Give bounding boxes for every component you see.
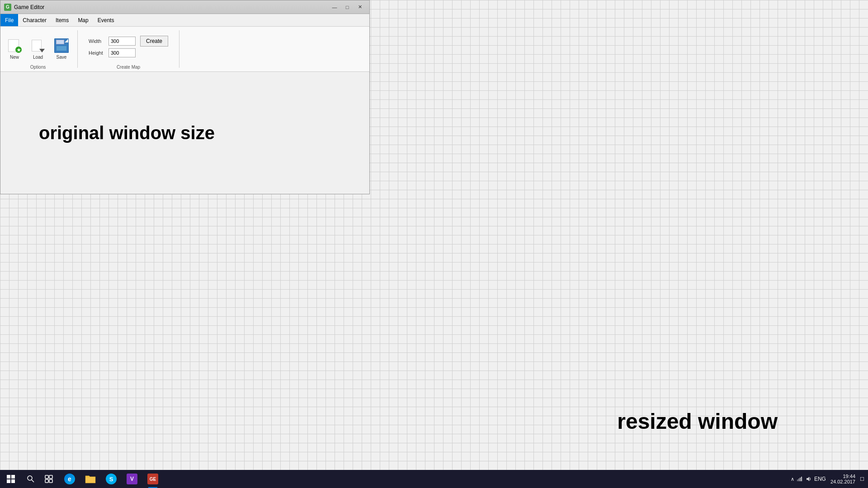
menu-file[interactable]: File [0, 14, 18, 26]
file-toolbar-group: ★ New Load [0, 27, 75, 71]
start-button[interactable] [0, 470, 22, 488]
language-indicator[interactable]: ENG [814, 476, 826, 482]
svg-marker-11 [807, 477, 809, 481]
folder-app[interactable] [80, 470, 100, 488]
gamedev-icon: GE [147, 474, 158, 484]
create-map-group: Width Create Height Create Map [80, 27, 177, 71]
taskbar-apps: e S V GE [58, 470, 165, 488]
height-row: Height [89, 48, 168, 57]
notification-icon[interactable]: ☐ [860, 476, 864, 482]
svg-rect-10 [801, 477, 802, 481]
taskbar: e S V GE ∧ [0, 470, 868, 488]
main-window: G Game Editor — □ ✕ File Character Items… [0, 0, 370, 194]
menu-events[interactable]: Events [93, 14, 119, 26]
save-label: Save [57, 55, 67, 60]
search-button[interactable] [22, 470, 40, 488]
new-icon: ★ [7, 38, 22, 53]
resized-label: resized window [617, 409, 778, 434]
window-title: Game Editor [14, 4, 44, 10]
menu-character[interactable]: Character [18, 14, 51, 26]
edge-app[interactable]: e [60, 470, 80, 488]
title-bar-left: G Game Editor [4, 4, 44, 11]
width-input[interactable] [108, 37, 136, 46]
save-icon [54, 38, 69, 53]
menu-items[interactable]: Items [51, 14, 73, 26]
save-button[interactable]: Save [51, 36, 72, 62]
svg-rect-5 [45, 479, 48, 483]
new-button[interactable]: ★ New [4, 36, 25, 62]
tray-chevron[interactable]: ∧ [791, 476, 794, 482]
svg-rect-7 [797, 479, 798, 481]
create-map-section-label: Create Map [117, 65, 140, 70]
new-label: New [10, 55, 19, 60]
close-button[interactable]: ✕ [354, 3, 366, 12]
menu-bar: File Character Items Map Events [0, 14, 369, 27]
title-bar-controls: — □ ✕ [329, 3, 366, 12]
skype-app[interactable]: S [101, 470, 121, 488]
task-view-button[interactable] [40, 470, 58, 488]
folder-icon [85, 474, 96, 484]
svg-rect-9 [800, 478, 801, 481]
create-map-fields: Width Create Height [83, 32, 174, 61]
svg-rect-8 [798, 479, 799, 481]
load-label: Load [33, 55, 43, 60]
minimize-button[interactable]: — [329, 3, 340, 12]
resized-window-area: resized window [0, 194, 868, 470]
svg-point-1 [28, 476, 32, 480]
toolbar-separator-2 [179, 30, 179, 68]
svg-rect-6 [49, 479, 52, 483]
width-label: Width [89, 38, 106, 44]
load-button[interactable]: Load [28, 36, 48, 62]
title-bar: G Game Editor — □ ✕ [0, 0, 369, 14]
maximize-button[interactable]: □ [341, 3, 353, 12]
windows-logo [7, 475, 15, 483]
original-window-label: original window size [39, 123, 215, 143]
network-icon[interactable] [796, 475, 803, 483]
toolbar-separator [77, 30, 78, 68]
menu-map[interactable]: Map [73, 14, 93, 26]
vs-icon: V [127, 474, 137, 484]
edge-icon: e [64, 474, 75, 484]
clock[interactable]: 19:44 24.02.2017 [828, 474, 858, 484]
svg-line-2 [32, 480, 34, 482]
toolbar: ★ New Load [0, 27, 369, 72]
app-icon-letter: G [6, 5, 9, 9]
svg-rect-3 [45, 475, 48, 479]
volume-icon[interactable] [805, 475, 812, 483]
skype-icon: S [106, 474, 117, 484]
clock-date: 24.02.2017 [830, 479, 855, 484]
gamedev-app[interactable]: GE [143, 470, 163, 488]
clock-time: 19:44 [843, 474, 855, 479]
height-label: Height [89, 50, 106, 56]
width-row: Width Create [89, 36, 168, 47]
height-input[interactable] [108, 48, 136, 57]
app-icon: G [4, 4, 11, 11]
options-label: Options [30, 65, 46, 70]
main-content-area: original window size [0, 72, 369, 194]
create-map-button[interactable]: Create [140, 36, 168, 47]
load-icon [31, 38, 45, 53]
svg-rect-4 [49, 475, 52, 479]
system-tray: ∧ ENG 19:44 24.02.2017 ☐ [791, 474, 868, 484]
vs-app[interactable]: V [122, 470, 142, 488]
